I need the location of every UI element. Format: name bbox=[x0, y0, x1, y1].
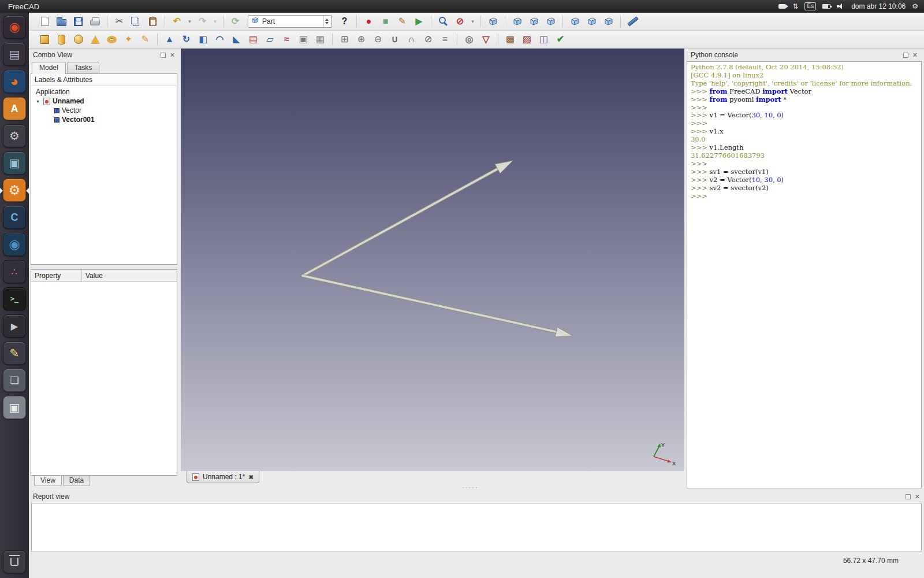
tab-data[interactable]: Data bbox=[63, 476, 90, 486]
property-body[interactable] bbox=[31, 282, 177, 475]
part-cut-button[interactable]: ⊖ bbox=[370, 32, 386, 47]
part-check-geometry-button[interactable]: ✔ bbox=[553, 32, 568, 47]
part-cone-button[interactable] bbox=[87, 32, 103, 47]
tree-item-vector001[interactable]: Vector001 bbox=[31, 115, 177, 124]
tree-item-vector[interactable]: Vector bbox=[31, 106, 177, 115]
part-sphere-button[interactable] bbox=[70, 32, 86, 47]
part-offset-button[interactable]: ▣ bbox=[296, 32, 311, 47]
launcher-software-center[interactable]: A bbox=[3, 97, 26, 120]
launcher-text-editor[interactable]: ✎ bbox=[3, 342, 26, 365]
python-console-output[interactable]: Python 2.7.8 (default, Oct 20 2014, 15:0… bbox=[687, 61, 922, 488]
macro-edit-button[interactable]: ✎ bbox=[394, 14, 410, 29]
combo-view-close-button[interactable]: ✕ bbox=[170, 52, 175, 58]
undo-button[interactable]: ↶ bbox=[169, 14, 185, 29]
part-ruled-surface-button[interactable]: ▤ bbox=[245, 32, 261, 47]
draw-style-arrow[interactable]: ▾ bbox=[469, 14, 476, 29]
tab-view[interactable]: View bbox=[34, 476, 62, 486]
part-cross-sections-button[interactable]: ≡ bbox=[437, 32, 453, 47]
part-shape-from-mesh-button[interactable]: ▩ bbox=[502, 32, 518, 47]
network-sync-icon[interactable]: ⇅ bbox=[792, 2, 798, 10]
refresh-button[interactable]: ⟳ bbox=[228, 14, 243, 29]
document-tab-close-button[interactable]: ✖ bbox=[248, 474, 253, 480]
copy-button[interactable] bbox=[128, 14, 144, 29]
clock[interactable]: dom abr 12 10:06 bbox=[851, 2, 906, 10]
part-box-button[interactable] bbox=[37, 32, 53, 47]
document-tab[interactable]: Unnamed : 1* ✖ bbox=[187, 471, 259, 483]
expander-icon[interactable]: ▼ bbox=[36, 99, 41, 103]
redo-button[interactable]: ↷ bbox=[195, 14, 210, 29]
view-bottom-button[interactable] bbox=[584, 14, 599, 29]
open-document-button[interactable] bbox=[54, 14, 69, 29]
combo-view-float-button[interactable] bbox=[161, 53, 166, 58]
launcher-ubuntu-dash[interactable]: ◉ bbox=[3, 16, 26, 39]
screen-record-icon[interactable] bbox=[778, 4, 786, 9]
part-shape-builder-button[interactable]: ✎ bbox=[137, 32, 153, 47]
splitter-handle[interactable]: ····· bbox=[462, 484, 478, 491]
launcher-freecad[interactable]: ⚙ bbox=[3, 179, 26, 202]
launcher-web-browser[interactable]: ◉ bbox=[3, 233, 26, 256]
part-compound-button[interactable]: ⊞ bbox=[337, 32, 352, 47]
keyboard-layout-indicator[interactable]: Es bbox=[804, 2, 816, 10]
workbench-selector[interactable]: Part bbox=[248, 15, 332, 28]
part-chamfer-button[interactable]: ◣ bbox=[229, 32, 244, 47]
report-view-close-button[interactable]: ✕ bbox=[915, 494, 920, 500]
part-mirror-button[interactable]: ◧ bbox=[195, 32, 211, 47]
session-menu-icon[interactable]: ⚙ bbox=[912, 2, 918, 10]
paste-button[interactable] bbox=[145, 14, 161, 29]
part-common-button[interactable]: ∩ bbox=[404, 32, 419, 47]
launcher-files[interactable]: ▤ bbox=[3, 43, 26, 66]
tab-model[interactable]: Model bbox=[32, 62, 66, 74]
part-union-button[interactable]: ∪ bbox=[387, 32, 403, 47]
launcher-file-manager[interactable]: ▣ bbox=[3, 396, 26, 419]
part-thickness-button[interactable]: ▦ bbox=[312, 32, 328, 47]
viewport-3d[interactable]: X Y bbox=[181, 49, 684, 471]
view-axonometric-button[interactable] bbox=[485, 14, 501, 29]
macro-execute-button[interactable]: ▶ bbox=[411, 14, 427, 29]
launcher-terminal[interactable]: >_ bbox=[3, 287, 26, 310]
python-console-close-button[interactable]: ✕ bbox=[912, 52, 918, 58]
report-view-body[interactable] bbox=[31, 503, 922, 551]
view-left-button[interactable] bbox=[601, 14, 616, 29]
part-torus-button[interactable] bbox=[104, 32, 120, 47]
part-revolve-button[interactable]: ↻ bbox=[178, 32, 194, 47]
whats-this-button[interactable]: ? bbox=[337, 14, 352, 29]
model-tree[interactable]: Application ▼ Unnamed VectorVector001 bbox=[31, 86, 177, 124]
save-document-button[interactable] bbox=[70, 14, 86, 29]
launcher-workspace[interactable]: ▣ bbox=[3, 151, 26, 175]
part-loft-button[interactable]: ▱ bbox=[262, 32, 278, 47]
part-extrude-button[interactable]: ▲ bbox=[162, 32, 177, 47]
draw-style-button[interactable]: ⊘ bbox=[452, 14, 468, 29]
launcher-trash[interactable] bbox=[3, 550, 26, 573]
new-document-button[interactable] bbox=[37, 14, 53, 29]
launcher-window-manager[interactable]: ❏ bbox=[3, 369, 26, 392]
report-view-float-button[interactable] bbox=[906, 494, 911, 499]
macro-stop-button[interactable]: ■ bbox=[378, 14, 393, 29]
launcher-video-player[interactable]: ▶ bbox=[3, 314, 26, 338]
launcher-firefox[interactable]: ◕ bbox=[3, 70, 26, 93]
redo-menu-arrow[interactable]: ▾ bbox=[211, 14, 219, 29]
part-defeaturing-button[interactable]: ▽ bbox=[478, 32, 494, 47]
fit-all-button[interactable] bbox=[435, 14, 451, 29]
part-3d-offset-button[interactable]: ◎ bbox=[461, 32, 477, 47]
view-front-button[interactable] bbox=[509, 14, 525, 29]
part-boolean-button[interactable]: ⊕ bbox=[353, 32, 369, 47]
launcher-system-tools[interactable]: ⚙ bbox=[3, 124, 26, 147]
part-section-button[interactable]: ⊘ bbox=[420, 32, 436, 47]
part-convert-to-solid-button[interactable]: ▨ bbox=[519, 32, 535, 47]
print-button[interactable] bbox=[87, 14, 103, 29]
launcher-media-app[interactable]: ∴ bbox=[3, 260, 26, 283]
volume-icon[interactable] bbox=[837, 3, 845, 9]
measure-distance-button[interactable] bbox=[625, 14, 640, 29]
view-top-button[interactable] bbox=[526, 14, 542, 29]
part-create-primitives-button[interactable]: ✦ bbox=[121, 32, 136, 47]
tab-tasks[interactable]: Tasks bbox=[67, 62, 100, 73]
launcher-cpp-ide[interactable]: C bbox=[3, 206, 26, 229]
python-console-float-button[interactable] bbox=[903, 53, 908, 58]
macro-record-button[interactable]: ● bbox=[361, 14, 377, 29]
part-reverse-shapes-button[interactable]: ◫ bbox=[536, 32, 552, 47]
cut-button[interactable]: ✂ bbox=[111, 14, 127, 29]
part-fillet-button[interactable]: ◠ bbox=[212, 32, 228, 47]
tree-item-document[interactable]: ▼ Unnamed bbox=[31, 97, 177, 106]
undo-menu-arrow[interactable]: ▾ bbox=[186, 14, 193, 29]
part-sweep-button[interactable]: ≈ bbox=[279, 32, 295, 47]
